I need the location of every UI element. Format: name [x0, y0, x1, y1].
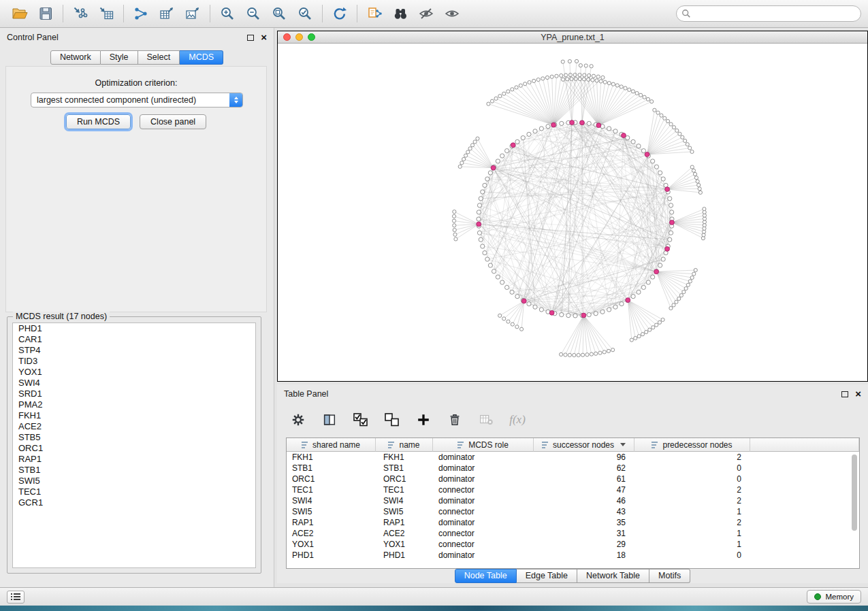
- search-input[interactable]: [676, 5, 861, 22]
- delete-table-button[interactable]: [477, 411, 495, 429]
- network-graph[interactable]: [278, 44, 867, 381]
- panel-list-button[interactable]: [7, 591, 25, 604]
- mcds-result-item[interactable]: PHD1: [13, 323, 255, 334]
- tab-style[interactable]: Style: [101, 50, 138, 65]
- tab-node-table[interactable]: Node Table: [455, 569, 517, 583]
- table-settings-button[interactable]: [289, 411, 307, 429]
- table-row[interactable]: ACE2ACE2connector311: [287, 528, 859, 539]
- mcds-result-item[interactable]: PMA2: [13, 399, 255, 410]
- close-panel-icon[interactable]: ×: [855, 391, 861, 397]
- mcds-result-item[interactable]: FKH1: [13, 410, 255, 421]
- tab-edge-table[interactable]: Edge Table: [517, 569, 577, 583]
- criterion-dropdown[interactable]: largest connected component (undirected): [31, 93, 243, 108]
- add-column-button[interactable]: [415, 411, 432, 429]
- mcds-result-item[interactable]: SWI4: [13, 378, 255, 389]
- mcds-result-item[interactable]: GCR1: [13, 497, 255, 508]
- table-cell: YOX1: [287, 540, 376, 549]
- table-row[interactable]: SWI5SWI5connector431: [287, 506, 859, 517]
- float-panel-icon[interactable]: [247, 35, 254, 41]
- table-row[interactable]: STB1STB1dominator620: [287, 463, 859, 474]
- save-session-button[interactable]: [33, 2, 59, 25]
- mcds-result-item[interactable]: ORC1: [13, 443, 255, 454]
- import-network-button[interactable]: [67, 2, 93, 25]
- sort-icon: [302, 442, 309, 448]
- open-file-button[interactable]: [7, 2, 33, 25]
- memory-button[interactable]: Memory: [807, 590, 861, 604]
- select-all-button[interactable]: [352, 411, 370, 429]
- export-table-icon: [159, 5, 175, 22]
- table-row[interactable]: SWI4SWI4dominator462: [287, 495, 859, 506]
- deselect-all-button[interactable]: [383, 411, 401, 429]
- tab-motifs[interactable]: Motifs: [649, 569, 690, 583]
- mcds-result-item[interactable]: RAP1: [13, 454, 255, 465]
- apply-layout-button[interactable]: [327, 2, 353, 25]
- mcds-result-item[interactable]: STP4: [13, 345, 255, 356]
- mcds-result-item[interactable]: CAR1: [13, 334, 255, 345]
- export-table-button[interactable]: [154, 2, 180, 25]
- column-header-filler: [750, 438, 859, 452]
- table-row[interactable]: YOX1YOX1connector291: [287, 539, 859, 550]
- run-mcds-button[interactable]: Run MCDS: [66, 114, 131, 129]
- import-table-button[interactable]: [93, 2, 119, 25]
- table-cell: PHD1: [376, 550, 433, 560]
- mcds-result-item[interactable]: STB5: [13, 432, 255, 443]
- table-row[interactable]: FKH1FKH1dominator962: [287, 452, 859, 463]
- column-header-mcds-role[interactable]: MCDS role: [433, 438, 534, 452]
- list-icon: [11, 593, 20, 601]
- mcds-result-item[interactable]: TID3: [13, 356, 255, 367]
- table-cell: STB1: [287, 463, 376, 473]
- table-toolbar: f(x): [289, 405, 526, 435]
- mcds-result-list[interactable]: PHD1CAR1STP4TID3YOX1SWI4SRD1PMA2FKH1ACE2…: [12, 323, 256, 568]
- hide-details-button[interactable]: [413, 2, 439, 25]
- zoom-selected-button[interactable]: [292, 2, 318, 25]
- show-details-button[interactable]: [439, 2, 465, 25]
- table-cell: dominator: [433, 550, 534, 560]
- search-network-button[interactable]: [387, 2, 413, 25]
- zoom-fit-icon: [271, 5, 287, 22]
- column-header-shared-name[interactable]: shared name: [287, 438, 376, 452]
- table-row[interactable]: RAP1RAP1dominator352: [287, 517, 859, 528]
- table-row[interactable]: TEC1TEC1connector472: [287, 484, 859, 495]
- copy-view-button[interactable]: [361, 2, 387, 25]
- table-scrollbar[interactable]: [852, 453, 858, 565]
- open-file-icon: [12, 5, 28, 22]
- column-header-predecessor-nodes[interactable]: predecessor nodes: [634, 438, 750, 452]
- mcds-result-item[interactable]: TEC1: [13, 486, 255, 497]
- close-panel-button[interactable]: Close panel: [140, 114, 206, 129]
- export-image-button[interactable]: [180, 2, 206, 25]
- tab-network[interactable]: Network: [50, 50, 101, 65]
- delete-table-icon: [479, 412, 494, 427]
- table-row[interactable]: ORC1ORC1dominator610: [287, 474, 859, 484]
- table-cell: SWI5: [287, 507, 376, 516]
- column-label: successor nodes: [553, 440, 614, 450]
- mcds-result-item[interactable]: SWI5: [13, 476, 255, 486]
- zoom-fit-button[interactable]: [266, 2, 292, 25]
- import-network-icon: [72, 5, 89, 22]
- network-window-titlebar[interactable]: YPA_prune.txt_1: [278, 31, 867, 44]
- export-network-button[interactable]: [128, 2, 154, 25]
- table-cell: TEC1: [376, 485, 433, 495]
- table-cell: 0: [634, 463, 750, 473]
- table-cell: 1: [634, 507, 750, 516]
- mcds-result-item[interactable]: ACE2: [13, 421, 255, 432]
- zoom-in-button[interactable]: [214, 2, 240, 25]
- column-header-successor-nodes[interactable]: successor nodes: [534, 438, 634, 452]
- zoom-out-button[interactable]: [240, 2, 266, 25]
- network-canvas[interactable]: [278, 44, 867, 381]
- chevron-down-icon: [234, 101, 238, 103]
- tab-network-table[interactable]: Network Table: [577, 569, 649, 583]
- column-header-name[interactable]: name: [376, 438, 433, 452]
- table-cell: SWI4: [376, 496, 433, 506]
- show-columns-button[interactable]: [321, 411, 338, 429]
- mcds-result-item[interactable]: SRD1: [13, 389, 255, 399]
- mcds-result-item[interactable]: STB1: [13, 465, 255, 476]
- tab-mcds[interactable]: MCDS: [180, 50, 223, 65]
- delete-column-button[interactable]: [446, 411, 464, 429]
- mcds-result-item[interactable]: YOX1: [13, 367, 255, 378]
- function-builder-button[interactable]: f(x): [509, 411, 526, 429]
- tab-select[interactable]: Select: [138, 50, 180, 65]
- table-row[interactable]: PHD1PHD1dominator180: [287, 550, 859, 561]
- float-panel-icon[interactable]: [841, 391, 848, 397]
- close-panel-icon[interactable]: ×: [261, 34, 267, 41]
- scrollbar-thumb[interactable]: [852, 455, 857, 531]
